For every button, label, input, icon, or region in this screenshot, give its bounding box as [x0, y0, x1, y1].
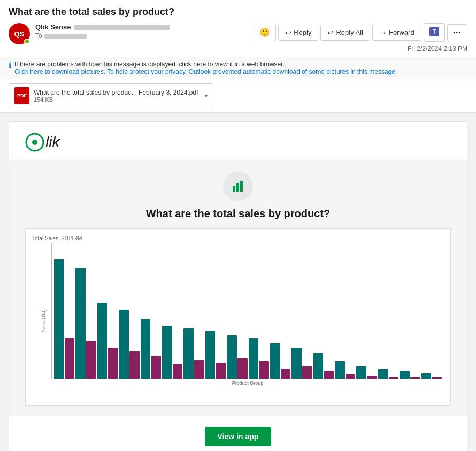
svg-rect-4 [233, 186, 235, 192]
email-content: lik What are the total sales by product? [9, 121, 467, 451]
info-icon: ℹ [9, 61, 11, 70]
chart-wrapper: Sales ($M) Product Group [32, 243, 444, 399]
attachment-size: 154 KB [34, 96, 198, 103]
attachment-bar: PDF What are the total sales by product … [0, 79, 476, 113]
sender-email-blurred [74, 25, 170, 30]
attachment-item[interactable]: PDF What are the total sales by product … [9, 83, 213, 108]
magenta-bar [367, 376, 377, 379]
email-timestamp: Fri 2/2/2024 2:13 PM [408, 45, 467, 52]
sender-to: To [35, 32, 170, 40]
main-content: What are the total sales by product? Tot… [9, 160, 467, 416]
teal-bar [75, 268, 86, 379]
pdf-icon: PDF [14, 87, 29, 104]
reply-button[interactable]: ↩ Reply [278, 25, 318, 41]
teal-bar [249, 338, 259, 379]
bar-group [54, 243, 74, 379]
download-pictures-link[interactable]: Click here to download pictures. To help… [14, 68, 397, 75]
magenta-bar [302, 366, 312, 379]
view-in-app-button[interactable]: View in app [205, 427, 272, 446]
bar-group [162, 243, 182, 379]
email-body: lik What are the total sales by product? [0, 113, 476, 451]
forward-button[interactable]: → Forward [372, 25, 421, 41]
teal-bar [291, 348, 302, 379]
avatar: QS [9, 23, 30, 44]
teal-bar [205, 331, 216, 379]
teal-bar [421, 373, 432, 379]
sender-details: Qlik Sense To [35, 23, 170, 40]
magenta-bar [410, 377, 420, 379]
reply-all-button[interactable]: ↩ Reply All [320, 25, 370, 41]
teal-bar [335, 361, 345, 379]
teal-bar [313, 353, 324, 379]
magenta-bar [108, 348, 118, 379]
qlik-logo-header: lik [9, 122, 467, 160]
to-blurred [44, 34, 87, 39]
more-options-button[interactable]: ··· [447, 24, 467, 41]
attachment-name: What are the total sales by product - Fe… [34, 89, 198, 96]
bar-group [227, 243, 247, 379]
view-btn-container: View in app [9, 416, 467, 451]
email-subject: What are the total sales by product? [9, 6, 467, 18]
magenta-bar [432, 377, 442, 379]
chart-icon-circle [223, 171, 253, 201]
bar-group [335, 243, 355, 379]
actions-timestamp: 🙂 ↩ Reply ↩ Reply All → Forward T [254, 23, 467, 52]
y-axis-label: Sales ($M) [41, 309, 47, 333]
bar-group [75, 243, 96, 379]
magenta-bar [86, 341, 96, 379]
sender-row: QS Qlik Sense To 🙂 ↩ Reply [9, 23, 467, 52]
svg-rect-5 [236, 183, 239, 192]
bar-group [291, 243, 312, 379]
info-bar: ℹ If there are problems with how this me… [0, 57, 476, 79]
sender-info: QS Qlik Sense To [9, 23, 170, 44]
teams-button[interactable]: T [424, 23, 445, 42]
magenta-bar [237, 358, 248, 379]
teams-icon: T [429, 27, 439, 36]
chart-title: What are the total sales by product? [25, 208, 451, 220]
magenta-bar [65, 338, 75, 379]
magenta-bar [151, 356, 161, 379]
teal-bar [378, 369, 388, 379]
magenta-bar [259, 361, 269, 379]
magenta-bar [281, 369, 291, 379]
bar-group [378, 243, 398, 379]
teal-bar [162, 326, 172, 379]
teal-bar [141, 319, 151, 379]
bar-group [119, 243, 139, 379]
svg-rect-6 [240, 181, 243, 192]
teal-bar [119, 310, 129, 379]
chart-total: Total Sales: $104.9M [32, 235, 444, 241]
teal-bar [356, 366, 366, 379]
forward-arrow-icon: → [379, 28, 387, 37]
bar-group [183, 243, 204, 379]
teal-bar [97, 303, 108, 379]
teal-bar [54, 259, 64, 379]
magenta-bar [389, 377, 399, 379]
email-header: What are the total sales by product? QS … [0, 0, 476, 57]
bar-group [249, 243, 269, 379]
magenta-bar [173, 364, 183, 379]
chart-container: Total Sales: $104.9M Sales ($M) Product … [25, 228, 451, 406]
bars-container [51, 243, 444, 379]
sender-name: Qlik Sense [35, 23, 71, 31]
bar-group [270, 243, 290, 379]
magenta-bar [129, 351, 140, 379]
bar-group [400, 243, 420, 379]
qlik-logo-svg [25, 133, 44, 152]
attachment-info: What are the total sales by product - Fe… [34, 89, 198, 103]
magenta-bar [194, 360, 204, 379]
emoji-button[interactable]: 🙂 [254, 24, 276, 41]
svg-text:T: T [433, 29, 436, 35]
magenta-bar [346, 374, 356, 379]
info-text: If there are problems with how this mess… [14, 60, 397, 75]
bar-group [313, 243, 334, 379]
email-actions: 🙂 ↩ Reply ↩ Reply All → Forward T [254, 23, 467, 42]
magenta-bar [324, 371, 334, 379]
bar-group [97, 243, 118, 379]
avatar-status [24, 39, 30, 44]
chart-icon-container [25, 171, 451, 201]
teal-bar [400, 371, 410, 379]
bar-group [421, 243, 442, 379]
teal-bar [183, 328, 194, 379]
bar-group [356, 243, 377, 379]
